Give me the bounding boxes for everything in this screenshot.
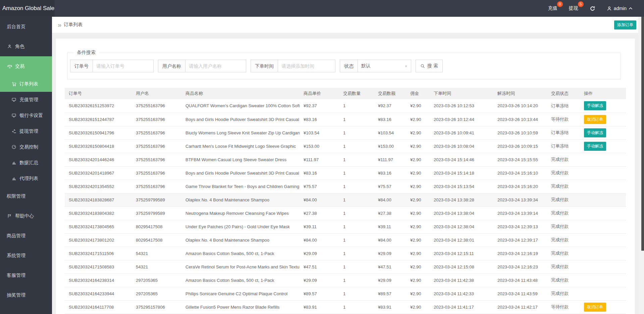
order-no-cell: SUB230324201418967 — [65, 166, 132, 180]
order-no-input[interactable] — [93, 60, 154, 72]
status-cell: 完成付款 — [547, 233, 580, 247]
user-menu[interactable]: admin — [607, 6, 633, 11]
search-button[interactable]: 搜 索 — [416, 60, 443, 72]
order-no-cell: SUB230324171511506 — [65, 247, 132, 260]
sidebar-item-label: 商品管理 — [7, 233, 25, 239]
username-label: 用户名称 — [158, 60, 185, 72]
sidebar-item-system-manage[interactable]: 系统管理 — [0, 246, 52, 265]
qty-cell: 1 — [339, 220, 374, 233]
breadcrumb-arrows-icon: » — [58, 21, 61, 28]
sidebar-item-product-manage[interactable]: 商品管理 — [0, 226, 52, 246]
amount-cell: ¥111.97 — [374, 153, 406, 166]
unfreeze-time-cell: 2023-03-24 12:39:13 — [493, 220, 547, 233]
status-select[interactable]: 默认 ▼ — [358, 60, 411, 72]
order-time-cell: 2023-03-24 12:38:01 — [430, 233, 493, 247]
monitor-icon — [11, 98, 17, 102]
sidebar-item-lottery-manage[interactable]: 抽奖管理 — [0, 285, 52, 305]
status-cell: 完成付款 — [547, 247, 580, 260]
qty-cell: 1 — [339, 260, 374, 273]
sidebar-item-order-list[interactable]: 订单列表 — [0, 76, 52, 92]
price-cell: ¥84.00 — [300, 233, 339, 247]
order-no-cell: SUB230324183804382 — [65, 206, 132, 220]
product-cell: Biucly Womens Long Sleeve Knit Sweater Z… — [181, 126, 300, 139]
action-cell — [580, 166, 626, 180]
unfreeze-button[interactable]: 手动解冻 — [584, 128, 606, 137]
withdraw-menu-item[interactable]: 提现 5 — [569, 5, 578, 11]
sidebar-item-data-summary[interactable]: 数据汇总 — [0, 155, 52, 171]
cancel-order-button[interactable]: 取消订单 — [584, 303, 606, 312]
table-row: SUB23032417380456580295417508Under Eye P… — [65, 220, 626, 233]
qty-cell: 1 — [339, 287, 374, 300]
order-no-cell: SUB230324171508583 — [65, 260, 132, 273]
order-time-cell: 2023-03-24 11:42:33 — [430, 287, 493, 300]
user-cell: 375259799589 — [132, 193, 181, 206]
sidebar-item-service-manage[interactable]: 客服管理 — [0, 265, 52, 285]
column-header-order-time: 下单时间 — [430, 88, 493, 99]
order-time-input[interactable] — [278, 60, 335, 72]
qty-cell: 1 — [339, 153, 374, 166]
sidebar-item-trade[interactable]: 交易 — [0, 56, 52, 76]
order-no-cell: SUB230324173804565 — [65, 220, 132, 233]
commission-cell: ¥2.90 — [406, 126, 430, 139]
scrollbar-thumb[interactable] — [641, 17, 644, 251]
unfreeze-button[interactable]: 手动解冻 — [584, 142, 606, 151]
amount-cell: ¥27.38 — [374, 206, 406, 220]
user-cell: 80295417508 — [132, 220, 181, 233]
sidebar-item-agent-list[interactable]: 代理列表 — [0, 171, 52, 186]
sidebar-item-home[interactable]: 后台首页 — [0, 17, 52, 37]
order-no-cell: SUB230326150804418 — [65, 139, 132, 153]
user-cell: 375255163796 — [132, 166, 181, 180]
sidebar-item-help-center[interactable]: 帮助中心 — [0, 206, 52, 226]
action-cell: 取消订单 — [580, 113, 626, 126]
user-cell: 375295157806 — [132, 300, 181, 314]
qty-cell: 1 — [339, 180, 374, 193]
add-order-button[interactable]: 添加订单 — [614, 20, 636, 29]
cart-icon — [11, 82, 17, 86]
table-row: SUB230324183828687375259799589Olaplex No… — [65, 193, 626, 206]
order-table: 订单号用户名商品名称商品单价交易数量交易数额佣金下单时间解冻时间交易状态操作 S… — [65, 88, 626, 314]
product-cell: Carhartt Men's Loose Fit Midweight Logo … — [181, 139, 300, 153]
qty-cell: 1 — [339, 233, 374, 247]
unfreeze-time-cell: 2023-03-24 11:42:17 — [493, 300, 547, 314]
recharge-label: 充值 — [548, 5, 557, 11]
username-input[interactable] — [185, 60, 246, 72]
commission-cell: ¥2.90 — [406, 193, 430, 206]
action-cell: 手动解冻 — [580, 126, 626, 139]
recharge-menu-item[interactable]: 充值 0 — [548, 5, 557, 11]
order-time-cell: 2023-03-24 12:15:11 — [430, 247, 493, 260]
qty-cell: 1 — [339, 166, 374, 180]
sidebar-item-bank-card-setting[interactable]: 银行卡设置 — [0, 108, 52, 123]
product-cell: Olaplex No. 4 Bond Maintenance Shampoo — [181, 193, 300, 206]
sidebar-item-trade-control[interactable]: 交易控制 — [0, 139, 52, 155]
sidebar-item-label: 权限管理 — [7, 193, 25, 199]
sidebar-item-label: 提现管理 — [19, 128, 38, 134]
amount-cell: ¥84.00 — [374, 233, 406, 247]
sidebar-item-role[interactable]: 角色 — [0, 37, 52, 56]
order-no-cell: SUB230324164117708 — [65, 300, 132, 314]
status-cell: 等待付款 — [547, 113, 580, 126]
unfreeze-button[interactable]: 手动解冻 — [584, 101, 606, 110]
gavel-icon — [11, 129, 17, 133]
table-row: SUB230324164233944297205365Philips Sonic… — [65, 287, 626, 300]
cancel-order-button[interactable]: 取消订单 — [584, 115, 606, 124]
qty-cell: 1 — [339, 99, 374, 113]
sidebar-item-recharge-manage[interactable]: 充值管理 — [0, 92, 52, 108]
table-row: SUB230326150804418375255163796Carhartt M… — [65, 139, 626, 153]
action-cell: 手动解冻 — [580, 139, 626, 153]
sidebar-item-permission-manage[interactable]: 权限管理 — [0, 186, 52, 206]
amount-cell: ¥92.37 — [374, 99, 406, 113]
refresh-button[interactable] — [590, 6, 595, 11]
amount-cell: ¥84.00 — [374, 193, 406, 206]
user-cell: 375255163796 — [132, 139, 181, 153]
commission-cell: ¥2.90 — [406, 220, 430, 233]
sidebar-item-withdraw-manage[interactable]: 提现管理 — [0, 123, 52, 139]
order-time-cell: 2023-03-26 10:12:44 — [430, 113, 493, 126]
product-cell: BTFBM Women Casual Long Sleeve Sweater D… — [181, 153, 300, 166]
table-row: SUB230324201354552375255163796Game Throw… — [65, 180, 626, 193]
status-cell: 等待付款 — [547, 300, 580, 314]
sidebar-item-label: 客服管理 — [7, 272, 25, 278]
table-row: SUB23032417380120280295417508Olaplex No.… — [65, 233, 626, 247]
chart-icon — [11, 176, 17, 181]
column-header-product: 商品名称 — [181, 88, 300, 99]
table-row: SUB230326151244787375255163796Boys and G… — [65, 113, 626, 126]
